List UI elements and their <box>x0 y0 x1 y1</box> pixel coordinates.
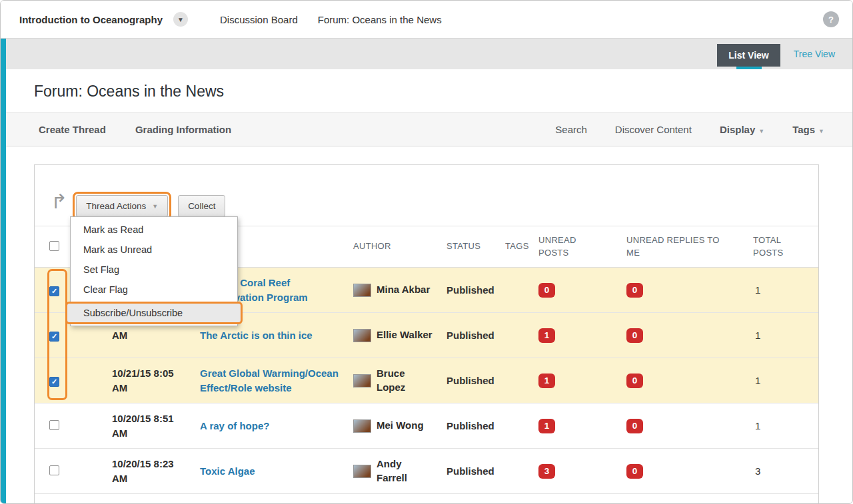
author-name: Mina Akbar <box>377 283 430 296</box>
course-menu-chevron-icon[interactable]: ▼ <box>173 12 188 27</box>
author-name: Mei Wong <box>377 419 424 432</box>
menu-item-set-flag[interactable]: Set Flag <box>71 260 237 280</box>
thread-link[interactable]: The Arctic is on thin ice <box>200 328 313 343</box>
menu-item-clear-flag[interactable]: Clear Flag <box>71 280 237 300</box>
row-checkbox[interactable] <box>49 332 59 342</box>
thread-actions-button[interactable]: Thread Actions▼ <box>76 195 168 217</box>
author-name: Ellie Walker <box>377 328 432 342</box>
thread-date: 10/20/15 8:51 AM <box>112 411 184 441</box>
author-avatar <box>353 374 371 387</box>
blackboard-discussion-screen: Introduction to Oceanography ▼ Discussio… <box>0 0 853 504</box>
thread-date: 10/20/15 8:23 AM <box>112 457 184 486</box>
thread-status: Published <box>446 375 505 386</box>
total-posts-value: 1 <box>753 375 818 386</box>
row-checkbox[interactable] <box>49 465 59 475</box>
thread-status: Published <box>446 465 505 477</box>
row-checkbox[interactable] <box>49 377 59 387</box>
teal-accent-stripe <box>1 39 6 503</box>
chevron-down-icon: ▼ <box>152 203 158 210</box>
nav-discussion-board[interactable]: Discussion Board <box>220 14 298 25</box>
action-bar-right: Search Discover Content Display▼ Tags▼ <box>555 124 824 135</box>
menu-item-subscribe-unsubscribe[interactable]: Subscribe/Unsubscribe <box>65 302 243 324</box>
table-row: 10/20/15 8:51 AM A ray of hope? Mei Wong… <box>35 403 818 449</box>
author-name: Andy Farrell <box>377 457 434 485</box>
menu-item-mark-as-unread[interactable]: Mark as Unread <box>71 240 237 260</box>
unread-posts-badge[interactable]: 3 <box>538 464 555 479</box>
column-header-total-posts: TOTAL POSTS <box>753 234 794 260</box>
course-title: Introduction to Oceanography <box>19 14 163 25</box>
thread-link[interactable]: Toxic Algae <box>200 464 255 479</box>
author-name: Bruce Lopez <box>377 367 434 394</box>
author-avatar <box>353 419 371 433</box>
thread-link[interactable]: Great Global Warming/Ocean Effect/Role w… <box>200 366 343 395</box>
page-content: List View Tree View Forum: Oceans in the… <box>1 39 852 504</box>
top-breadcrumb-nav: Discussion Board Forum: Oceans in the Ne… <box>220 14 442 25</box>
chevron-down-icon: ▼ <box>758 128 764 134</box>
unread-replies-badge[interactable]: 0 <box>626 419 643 433</box>
unread-posts-badge[interactable]: 1 <box>538 419 555 433</box>
column-header-unread-replies: UNREAD REPLIES TO ME <box>626 234 728 260</box>
title-section: Forum: Oceans in the News <box>6 69 852 113</box>
table-row: 10/21/15 8:05 AM Great Global Warming/Oc… <box>35 358 818 403</box>
author-avatar <box>353 284 371 297</box>
top-header: Introduction to Oceanography ▼ Discussio… <box>1 1 852 39</box>
collect-button[interactable]: Collect <box>178 195 225 217</box>
search-button[interactable]: Search <box>555 124 587 135</box>
page-title: Forum: Oceans in the News <box>34 83 852 101</box>
view-mode-bar: List View Tree View <box>6 39 852 69</box>
total-posts-value: 1 <box>753 330 818 341</box>
row-checkbox[interactable] <box>49 420 59 430</box>
thread-actions-menu: Mark as Read Mark as Unread Set Flag Cle… <box>70 216 238 326</box>
table-row: 10/20/15 8:23 AM Toxic Algae Andy Farrel… <box>35 449 818 494</box>
unread-replies-badge[interactable]: 0 <box>626 328 643 343</box>
column-header-status: STATUS <box>446 240 505 253</box>
thread-status: Published <box>446 330 505 341</box>
create-thread-button[interactable]: Create Thread <box>39 124 106 135</box>
author-avatar <box>353 465 371 478</box>
thread-date: AM <box>112 328 184 343</box>
unread-posts-badge[interactable]: 1 <box>538 374 555 388</box>
discover-content-button[interactable]: Discover Content <box>615 124 692 135</box>
menu-item-mark-as-read[interactable]: Mark as Read <box>71 220 237 240</box>
author-avatar <box>353 329 371 342</box>
unread-posts-badge[interactable]: 0 <box>538 283 555 298</box>
column-header-unread-posts: UNREAD POSTS <box>538 234 580 260</box>
help-icon[interactable]: ? <box>823 11 839 27</box>
display-menu-button[interactable]: Display▼ <box>720 124 764 135</box>
action-bar: Create Thread Grading Information Search… <box>6 113 852 146</box>
nav-forum-oceans: Forum: Oceans in the News <box>318 14 442 25</box>
tab-list-view[interactable]: List View <box>717 44 780 67</box>
total-posts-value: 3 <box>753 465 818 477</box>
thread-date: 10/21/15 8:05 AM <box>112 366 184 395</box>
chevron-down-icon: ▼ <box>818 128 824 134</box>
tab-tree-view[interactable]: Tree View <box>794 49 835 59</box>
thread-status: Published <box>446 420 505 431</box>
total-posts-value: 1 <box>753 420 818 431</box>
select-all-checkbox[interactable] <box>49 241 59 251</box>
unread-replies-badge[interactable]: 0 <box>626 283 643 298</box>
unread-replies-badge[interactable]: 0 <box>626 464 643 479</box>
tags-menu-button[interactable]: Tags▼ <box>792 124 824 135</box>
unread-posts-badge[interactable]: 1 <box>538 328 555 343</box>
action-bar-left: Create Thread Grading Information <box>39 124 231 135</box>
grading-information-button[interactable]: Grading Information <box>135 124 231 135</box>
row-checkbox[interactable] <box>49 286 59 296</box>
column-header-tags: TAGS <box>505 240 538 253</box>
total-posts-value: 1 <box>753 284 818 296</box>
select-all-arrow-icon: ↱ <box>51 193 67 210</box>
thread-status: Published <box>446 284 505 296</box>
column-header-author: AUTHOR <box>353 240 446 253</box>
unread-replies-badge[interactable]: 0 <box>626 374 643 388</box>
thread-link[interactable]: A ray of hope? <box>200 419 269 433</box>
thread-list-card: ↱ Thread Actions▼ Collect DATE THREAD AU… <box>34 164 819 504</box>
